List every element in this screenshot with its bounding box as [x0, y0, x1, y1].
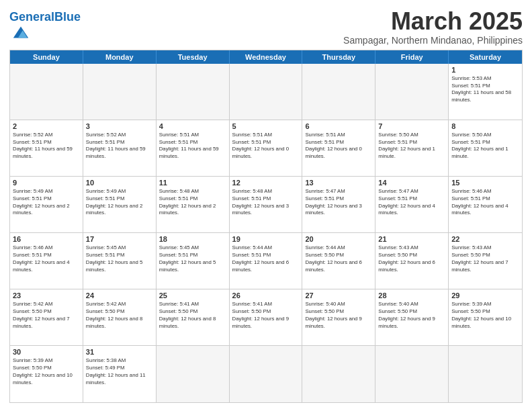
- cell-info: Sunrise: 5:46 AMSunset: 5:51 PMDaylight:…: [13, 244, 80, 274]
- calendar-cell-16: 16Sunrise: 5:46 AMSunset: 5:51 PMDayligh…: [10, 233, 83, 289]
- cell-date: 13: [305, 179, 372, 187]
- calendar-cell-9: 9Sunrise: 5:49 AMSunset: 5:51 PMDaylight…: [10, 177, 83, 232]
- cell-info: Sunrise: 5:50 AMSunset: 5:51 PMDaylight:…: [378, 132, 445, 161]
- calendar-cell-29: 29Sunrise: 5:39 AMSunset: 5:50 PMDayligh…: [449, 289, 522, 345]
- cell-info: Sunrise: 5:52 AMSunset: 5:51 PMDaylight:…: [86, 132, 153, 161]
- logo-blue: Blue: [54, 10, 81, 24]
- cell-info: Sunrise: 5:53 AMSunset: 5:51 PMDaylight:…: [451, 75, 519, 105]
- cell-info: Sunrise: 5:43 AMSunset: 5:50 PMDaylight:…: [378, 244, 445, 274]
- cell-date: 17: [86, 235, 153, 243]
- calendar-week-1: 2Sunrise: 5:52 AMSunset: 5:51 PMDaylight…: [10, 120, 522, 177]
- cell-info: Sunrise: 5:47 AMSunset: 5:51 PMDaylight:…: [305, 188, 372, 218]
- cell-info: Sunrise: 5:47 AMSunset: 5:51 PMDaylight:…: [378, 188, 445, 218]
- header: GeneralBlue March 2025 Sampagar, Norther…: [9, 8, 523, 46]
- calendar-cell-12: 12Sunrise: 5:48 AMSunset: 5:51 PMDayligh…: [230, 177, 303, 232]
- day-header-thursday: Thursday: [302, 50, 375, 64]
- title-area: March 2025 Sampagar, Northern Mindanao, …: [343, 8, 523, 46]
- cell-info: Sunrise: 5:40 AMSunset: 5:50 PMDaylight:…: [305, 301, 372, 330]
- cell-date: 11: [159, 179, 226, 187]
- subtitle: Sampagar, Northern Mindanao, Philippines: [343, 35, 523, 46]
- calendar-cell-3: 3Sunrise: 5:52 AMSunset: 5:51 PMDaylight…: [83, 120, 157, 176]
- calendar-week-0: 1Sunrise: 5:53 AMSunset: 5:51 PMDaylight…: [10, 64, 522, 120]
- calendar-grid: 1Sunrise: 5:53 AMSunset: 5:51 PMDaylight…: [10, 64, 522, 402]
- cell-info: Sunrise: 5:42 AMSunset: 5:50 PMDaylight:…: [13, 301, 80, 330]
- calendar-cell-empty: [375, 64, 449, 120]
- calendar-cell-23: 23Sunrise: 5:42 AMSunset: 5:50 PMDayligh…: [10, 289, 83, 345]
- cell-info: Sunrise: 5:50 AMSunset: 5:51 PMDaylight:…: [451, 132, 519, 161]
- cell-info: Sunrise: 5:48 AMSunset: 5:51 PMDaylight:…: [159, 188, 226, 218]
- page: GeneralBlue March 2025 Sampagar, Norther…: [0, 0, 532, 411]
- calendar-cell-18: 18Sunrise: 5:45 AMSunset: 5:51 PMDayligh…: [157, 233, 230, 289]
- logo-text: GeneralBlue: [9, 11, 81, 23]
- cell-date: 8: [451, 122, 519, 130]
- cell-date: 22: [451, 235, 519, 243]
- cell-date: 12: [232, 179, 300, 187]
- cell-info: Sunrise: 5:44 AMSunset: 5:50 PMDaylight:…: [305, 244, 372, 274]
- calendar-cell-25: 25Sunrise: 5:41 AMSunset: 5:50 PMDayligh…: [157, 289, 230, 345]
- cell-info: Sunrise: 5:44 AMSunset: 5:51 PMDaylight:…: [232, 244, 300, 274]
- calendar-week-3: 16Sunrise: 5:46 AMSunset: 5:51 PMDayligh…: [10, 233, 522, 289]
- cell-info: Sunrise: 5:42 AMSunset: 5:50 PMDaylight:…: [86, 301, 153, 330]
- cell-date: 27: [305, 291, 372, 300]
- calendar-cell-4: 4Sunrise: 5:51 AMSunset: 5:51 PMDaylight…: [157, 120, 230, 176]
- cell-info: Sunrise: 5:45 AMSunset: 5:51 PMDaylight:…: [159, 244, 226, 274]
- calendar-cell-10: 10Sunrise: 5:49 AMSunset: 5:51 PMDayligh…: [83, 177, 157, 232]
- calendar-cell-empty: [375, 346, 449, 402]
- calendar-cell-27: 27Sunrise: 5:40 AMSunset: 5:50 PMDayligh…: [302, 289, 375, 345]
- calendar-week-5: 30Sunrise: 5:39 AMSunset: 5:50 PMDayligh…: [10, 346, 522, 402]
- calendar-cell-11: 11Sunrise: 5:48 AMSunset: 5:51 PMDayligh…: [157, 177, 230, 232]
- cell-date: 15: [451, 179, 519, 187]
- day-header-friday: Friday: [375, 50, 449, 64]
- cell-date: 1: [451, 66, 519, 74]
- month-title: March 2025: [343, 8, 523, 35]
- cell-date: 24: [86, 291, 153, 300]
- cell-date: 23: [13, 291, 80, 300]
- day-header-monday: Monday: [83, 50, 157, 64]
- cell-date: 4: [159, 122, 226, 130]
- cell-info: Sunrise: 5:40 AMSunset: 5:50 PMDaylight:…: [378, 301, 445, 330]
- cell-info: Sunrise: 5:41 AMSunset: 5:50 PMDaylight:…: [159, 301, 226, 330]
- calendar-week-2: 9Sunrise: 5:49 AMSunset: 5:51 PMDaylight…: [10, 177, 522, 233]
- calendar-cell-20: 20Sunrise: 5:44 AMSunset: 5:50 PMDayligh…: [302, 233, 375, 289]
- cell-info: Sunrise: 5:45 AMSunset: 5:51 PMDaylight:…: [86, 244, 153, 274]
- calendar-cell-8: 8Sunrise: 5:50 AMSunset: 5:51 PMDaylight…: [449, 120, 522, 176]
- cell-date: 10: [86, 179, 153, 187]
- cell-info: Sunrise: 5:51 AMSunset: 5:51 PMDaylight:…: [232, 132, 300, 161]
- calendar-cell-5: 5Sunrise: 5:51 AMSunset: 5:51 PMDaylight…: [230, 120, 303, 176]
- day-header-tuesday: Tuesday: [157, 50, 230, 64]
- calendar-cell-empty: [157, 346, 230, 402]
- cell-date: 7: [378, 122, 445, 130]
- cell-info: Sunrise: 5:38 AMSunset: 5:49 PMDaylight:…: [86, 357, 153, 387]
- cell-info: Sunrise: 5:39 AMSunset: 5:50 PMDaylight:…: [451, 301, 519, 330]
- calendar-cell-22: 22Sunrise: 5:43 AMSunset: 5:50 PMDayligh…: [449, 233, 522, 289]
- day-header-saturday: Saturday: [449, 50, 522, 64]
- cell-info: Sunrise: 5:51 AMSunset: 5:51 PMDaylight:…: [159, 132, 226, 161]
- calendar-cell-7: 7Sunrise: 5:50 AMSunset: 5:51 PMDaylight…: [375, 120, 449, 176]
- calendar-cell-empty: [230, 64, 303, 120]
- cell-info: Sunrise: 5:52 AMSunset: 5:51 PMDaylight:…: [13, 132, 80, 161]
- calendar-cell-2: 2Sunrise: 5:52 AMSunset: 5:51 PMDaylight…: [10, 120, 83, 176]
- calendar-cell-21: 21Sunrise: 5:43 AMSunset: 5:50 PMDayligh…: [375, 233, 449, 289]
- cell-date: 5: [232, 122, 300, 130]
- cell-date: 20: [305, 235, 372, 243]
- cell-info: Sunrise: 5:51 AMSunset: 5:51 PMDaylight:…: [305, 132, 372, 161]
- calendar-cell-15: 15Sunrise: 5:46 AMSunset: 5:51 PMDayligh…: [449, 177, 522, 232]
- calendar-cell-6: 6Sunrise: 5:51 AMSunset: 5:51 PMDaylight…: [302, 120, 375, 176]
- logo: GeneralBlue: [9, 11, 81, 44]
- calendar-week-4: 23Sunrise: 5:42 AMSunset: 5:50 PMDayligh…: [10, 289, 522, 346]
- calendar-cell-31: 31Sunrise: 5:38 AMSunset: 5:49 PMDayligh…: [83, 346, 157, 402]
- cell-date: 3: [86, 122, 153, 130]
- calendar: SundayMondayTuesdayWednesdayThursdayFrid…: [9, 50, 523, 403]
- cell-date: 14: [378, 179, 445, 187]
- cell-date: 9: [13, 179, 80, 187]
- cell-date: 30: [13, 348, 80, 356]
- cell-date: 26: [232, 291, 300, 300]
- calendar-cell-empty: [302, 64, 375, 120]
- day-headers: SundayMondayTuesdayWednesdayThursdayFrid…: [10, 50, 522, 64]
- cell-date: 21: [378, 235, 445, 243]
- cell-info: Sunrise: 5:49 AMSunset: 5:51 PMDaylight:…: [86, 188, 153, 218]
- calendar-cell-13: 13Sunrise: 5:47 AMSunset: 5:51 PMDayligh…: [302, 177, 375, 232]
- cell-info: Sunrise: 5:41 AMSunset: 5:50 PMDaylight:…: [232, 301, 300, 330]
- cell-date: 2: [13, 122, 80, 130]
- calendar-cell-empty: [302, 346, 375, 402]
